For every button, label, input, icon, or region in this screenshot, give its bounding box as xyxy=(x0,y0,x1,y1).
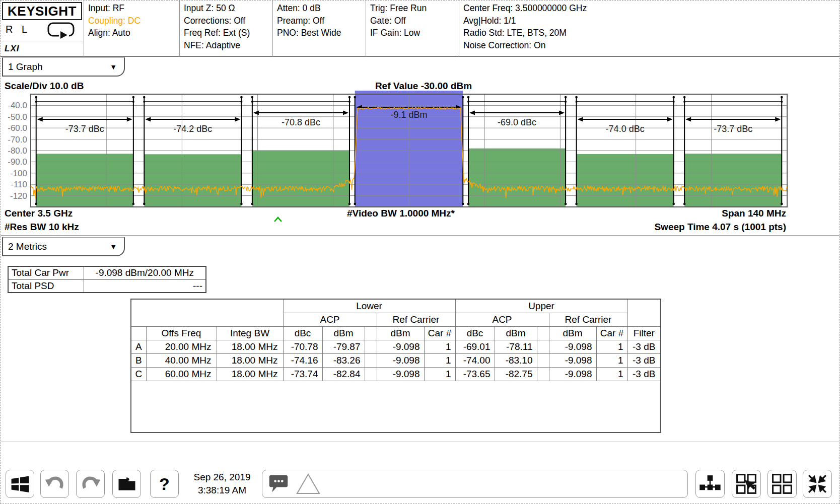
time-text: 3:38:19 AM xyxy=(182,484,262,497)
sequence-setup-button[interactable] xyxy=(695,470,725,498)
atten-setting: Atten: 0 dB xyxy=(277,2,366,15)
dropdown-caret-icon: ▼ xyxy=(110,243,117,251)
dbm-header: dBm xyxy=(322,326,365,340)
radio-std-setting: Radio Std: LTE, BTS, 20M xyxy=(463,27,840,39)
upper-acp-header: ACP xyxy=(455,313,549,326)
filter-value: -3 dB xyxy=(627,340,661,353)
gate-setting: Gate: Off xyxy=(370,15,459,27)
upper-car-value: 1 xyxy=(596,367,627,381)
table-row: Total Car Pwr -9.098 dBm/20.00 MHz xyxy=(8,266,206,279)
lower-ref-carrier-header: Ref Carrier xyxy=(377,313,455,326)
header-atten-panel[interactable]: Atten: 0 dB Preamp: Off PNO: Best Wide xyxy=(272,1,366,57)
input-z-setting: Input Z: 50 Ω xyxy=(184,2,272,15)
metrics-window-dropdown[interactable]: 2 Metrics ▼ xyxy=(2,237,125,256)
collapse-fullscreen-button[interactable] xyxy=(803,470,832,498)
svg-text:-60.0: -60.0 xyxy=(8,123,27,133)
table-row-offset-c: C 60.00 MHz 18.00 MHz -73.74 -82.84 -9.0… xyxy=(131,367,661,381)
upper-group-header: Upper xyxy=(455,299,627,313)
corrections-setting: Corrections: Off xyxy=(184,15,272,27)
svg-text:-74.2 dBc: -74.2 dBc xyxy=(173,124,212,134)
integ-bw-value: 18.00 MHz xyxy=(217,367,283,381)
lower-car-value: 1 xyxy=(424,353,455,367)
upper-ref-dbm-value: -9.098 xyxy=(549,340,596,353)
help-button[interactable]: ? xyxy=(150,470,179,498)
table-group-header-row: Lower Upper xyxy=(131,299,661,313)
ref-dbm-header: dBm xyxy=(377,326,424,340)
svg-text:-40.0: -40.0 xyxy=(8,101,27,110)
trig-setting: Trig: Free Run xyxy=(370,2,459,15)
continuous-sweep-icon xyxy=(47,22,76,40)
undo-icon xyxy=(44,473,66,495)
noise-correction-setting: Noise Correction: On xyxy=(463,39,840,52)
total-car-pwr-label: Total Car Pwr xyxy=(8,266,84,279)
undo-button[interactable] xyxy=(40,470,69,498)
svg-text:-90.0: -90.0 xyxy=(8,157,27,167)
res-bw-readout: #Res BW 10 kHz xyxy=(5,222,79,233)
windows-logo-icon xyxy=(9,473,31,495)
redo-button[interactable] xyxy=(76,470,105,498)
upper-car-value: 1 xyxy=(596,353,627,367)
upper-dbm-value: -82.75 xyxy=(495,367,537,381)
filter-value: -3 dB xyxy=(627,353,661,367)
collapse-arrows-icon xyxy=(806,472,829,495)
graph-tab-label: 1 Graph xyxy=(8,61,43,73)
lxi-logo: LXI xyxy=(5,44,19,54)
warning-triangle-icon xyxy=(296,473,321,495)
total-psd-value: --- xyxy=(84,279,206,293)
lower-car-value: 1 xyxy=(424,340,455,353)
header-freq-panel[interactable]: Center Freq: 3.500000000 GHz Avg|Hold: 1… xyxy=(459,1,840,57)
offs-freq-value: 40.00 MHz xyxy=(146,353,217,367)
lower-ref-dbm-value: -9.098 xyxy=(377,367,424,381)
header-impedance-panel[interactable]: Input Z: 50 Ω Corrections: Off Freq Ref:… xyxy=(179,1,272,57)
analyzer-screen: KEYSIGHT R L LXI Input: RF Coupling: DC … xyxy=(0,0,840,504)
file-folder-button[interactable] xyxy=(112,470,141,498)
header-input-panel[interactable]: Input: RF Coupling: DC Align: Auto xyxy=(84,1,179,57)
freq-ref-setting: Freq Ref: Ext (S) xyxy=(184,27,272,39)
spectrum-plot[interactable]: -40.0-50.0-60.0-70.0-80.0-90.0-100-110-1… xyxy=(1,90,840,225)
acp-results-table: Lower Upper ACP Ref Carrier ACP Ref Carr… xyxy=(130,299,661,433)
svg-text:-50.0: -50.0 xyxy=(8,112,27,122)
lower-dbm-value: -83.26 xyxy=(322,353,365,367)
svg-text:-70.8 dBc: -70.8 dBc xyxy=(282,117,320,127)
integ-bw-header: Integ BW xyxy=(217,326,283,340)
lower-dbm-value: -82.84 xyxy=(322,367,365,381)
datetime-display[interactable]: Sep 26, 2019 3:38:19 AM xyxy=(182,471,262,497)
upper-ref-carrier-header: Ref Carrier xyxy=(549,313,627,326)
header-trigger-panel[interactable]: Trig: Free Run Gate: Off IF Gain: Low xyxy=(366,1,459,57)
windows-start-button[interactable] xyxy=(6,470,34,498)
offs-freq-header: Offs Freq xyxy=(146,326,217,340)
sweep-time-readout: Sweep Time 4.07 s (1001 pts) xyxy=(654,222,786,233)
upper-dbc-value: -74.00 xyxy=(455,353,495,367)
car-header: Car # xyxy=(596,326,627,340)
filter-value: -3 dB xyxy=(627,367,661,381)
annunciator-bar[interactable] xyxy=(262,470,688,498)
preamp-setting: Preamp: Off xyxy=(277,15,366,27)
section-divider xyxy=(1,235,840,236)
sequence-icon xyxy=(698,472,722,495)
svg-text:-100: -100 xyxy=(10,169,27,178)
integ-bw-value: 18.00 MHz xyxy=(217,353,283,367)
row-id: B xyxy=(131,353,146,367)
svg-text:-74.0 dBc: -74.0 dBc xyxy=(606,124,645,134)
upper-dbm-value: -78.11 xyxy=(495,340,537,353)
graph-window-dropdown[interactable]: 1 Graph ▼ xyxy=(2,57,125,77)
dbc-header: dBc xyxy=(283,326,322,340)
upper-ref-dbm-value: -9.098 xyxy=(549,367,596,381)
integ-bw-value: 18.00 MHz xyxy=(217,340,283,353)
lower-dbc-value: -74.16 xyxy=(283,353,322,367)
touch-window-icon xyxy=(735,472,758,495)
upper-ref-dbm-value: -9.098 xyxy=(549,353,596,367)
brand-text: KEYSIGHT xyxy=(8,4,77,19)
header-bar: KEYSIGHT R L LXI Input: RF Coupling: DC … xyxy=(1,1,840,57)
svg-text:-80.0: -80.0 xyxy=(8,146,27,156)
window-layout-button[interactable] xyxy=(767,470,797,498)
coupling-setting: Coupling: DC xyxy=(88,15,179,27)
select-window-button[interactable] xyxy=(732,470,761,498)
dropdown-caret-icon: ▼ xyxy=(110,63,117,71)
offs-freq-value: 60.00 MHz xyxy=(146,367,217,381)
table-row: Total PSD --- xyxy=(8,279,206,293)
upper-dbc-value: -69.01 xyxy=(455,340,495,353)
lower-acp-header: ACP xyxy=(283,313,377,326)
video-bw-readout: #Video BW 1.0000 MHz* xyxy=(325,208,476,219)
svg-text:-9.1 dBm: -9.1 dBm xyxy=(390,110,427,120)
